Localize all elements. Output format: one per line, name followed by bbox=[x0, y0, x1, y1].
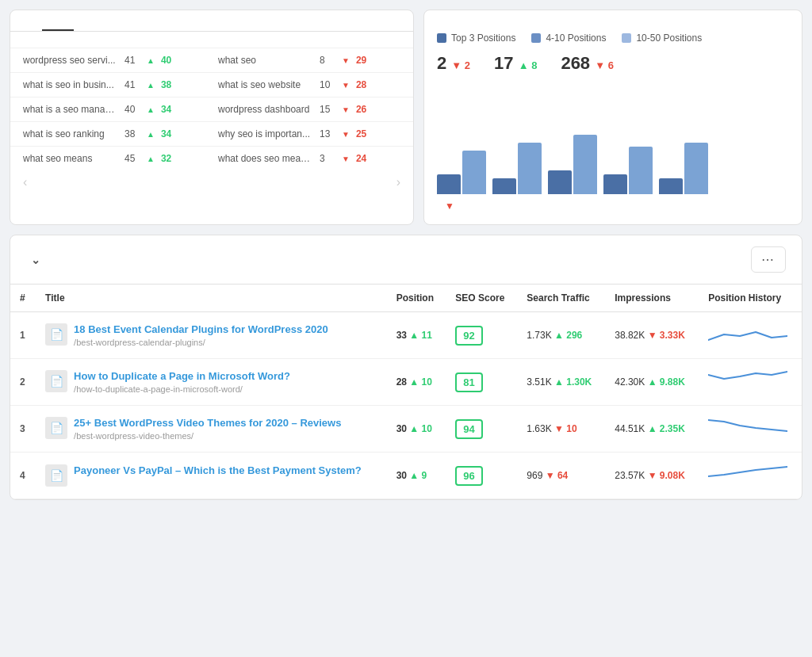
post-title[interactable]: 25+ Best WordPress Video Themes for 2020… bbox=[74, 417, 341, 429]
bar-group bbox=[659, 143, 708, 194]
post-icon: 📄 bbox=[45, 417, 67, 439]
legend-dot bbox=[622, 33, 631, 43]
impressions-value: 44.51K bbox=[615, 423, 645, 434]
winning-keyword: what is seo ranking 38 ▲ 34 bbox=[23, 128, 205, 139]
position-history-cell bbox=[699, 312, 802, 359]
stat-number: 268 ▼ 6 bbox=[561, 53, 614, 74]
impressions-delta: ▲ 9.88K bbox=[648, 376, 685, 388]
post-url: /how-to-duplicate-a-page-in-microsoft-wo… bbox=[74, 384, 243, 394]
arrow-down-icon: ▼ bbox=[342, 56, 350, 65]
arrow-up-icon: ▲ bbox=[147, 155, 155, 163]
position-value: 28 bbox=[396, 376, 407, 388]
arrow-up-icon: ▲ bbox=[147, 130, 155, 139]
post-cell: 📄 18 Best Event Calendar Plugins for Wor… bbox=[45, 323, 377, 348]
bar-group bbox=[492, 143, 542, 194]
traffic-value: 1.63K bbox=[527, 423, 551, 434]
table-row: 1 📄 18 Best Event Calendar Plugins for W… bbox=[10, 312, 802, 359]
impressions-delta: ▼ 3.33K bbox=[648, 330, 685, 341]
positions-panel: Top 3 Positions4-10 Positions10-50 Posit… bbox=[423, 10, 802, 225]
legend-dot bbox=[531, 33, 541, 43]
impressions-value: 23.57K bbox=[615, 470, 645, 481]
bar-mid bbox=[684, 143, 708, 194]
losing-keyword: wordpress dashboard 15 ▼ 26 bbox=[205, 104, 400, 115]
keyword-row: what is seo ranking 38 ▲ 34 why seo is i… bbox=[10, 121, 413, 146]
position-value: 30 bbox=[396, 470, 407, 481]
stat-block: 17 ▲ 8 bbox=[494, 53, 537, 74]
bar-mid bbox=[518, 143, 542, 194]
traffic-delta: ▲ 1.30K bbox=[554, 376, 592, 388]
row-number: 1 bbox=[20, 330, 25, 341]
chevron-down-icon: ⌄ bbox=[31, 254, 40, 266]
bar-dark bbox=[603, 174, 627, 194]
table-row: 3 📄 25+ Best WordPress Video Themes for … bbox=[10, 406, 802, 453]
table-col-header: Impressions bbox=[605, 285, 699, 312]
mini-chart bbox=[708, 320, 787, 348]
table-row: 4 📄 Payoneer Vs PayPal – Which is the Be… bbox=[10, 453, 802, 499]
winning-posts-panel: ⌄ ⋯ #TitlePositionSEO ScoreSearch Traffi… bbox=[10, 235, 802, 500]
post-title[interactable]: 18 Best Event Calendar Plugins for WordP… bbox=[74, 323, 328, 335]
bar-mid bbox=[573, 135, 597, 194]
tab-tracked-keywords[interactable] bbox=[42, 10, 74, 31]
position-delta: ▲ 11 bbox=[409, 330, 432, 341]
losing-keyword: why seo is importan... 13 ▼ 25 bbox=[205, 128, 400, 139]
scroll-left-icon[interactable]: ‹ bbox=[23, 175, 27, 189]
table-row: 2 📄 How to Duplicate a Page in Microsoft… bbox=[10, 359, 802, 406]
winning-keyword: what seo means 45 ▲ 32 bbox=[23, 153, 205, 164]
tabs-container bbox=[10, 10, 413, 32]
seo-score-badge: 96 bbox=[455, 466, 482, 486]
traffic-delta: ▼ 10 bbox=[554, 423, 577, 434]
keyword-row: what is a seo manag... 40 ▲ 34 wordpress… bbox=[10, 97, 413, 121]
arrow-up-icon: ▲ bbox=[147, 56, 155, 65]
position-delta: ▲ 9 bbox=[409, 470, 427, 481]
traffic-value: 1.73K bbox=[527, 330, 551, 341]
stat-block: 2 ▼ 2 bbox=[437, 53, 470, 74]
posts-table: #TitlePositionSEO ScoreSearch TrafficImp… bbox=[10, 285, 802, 499]
legend-dot bbox=[437, 33, 446, 43]
scroll-right-icon[interactable]: › bbox=[396, 175, 400, 189]
options-button[interactable]: ⋯ bbox=[751, 246, 786, 273]
arrow-down-icon: ▼ bbox=[342, 81, 350, 90]
impressions-delta: ▼ 9.08K bbox=[648, 470, 685, 481]
traffic-value: 3.51K bbox=[527, 376, 551, 388]
arrow-down-icon: ▼ bbox=[342, 155, 350, 163]
stat-number: 17 ▲ 8 bbox=[494, 53, 537, 74]
row-number: 3 bbox=[20, 423, 25, 434]
position-history-cell bbox=[699, 406, 802, 453]
legend-item: 10-50 Positions bbox=[622, 32, 702, 44]
table-col-header: Title bbox=[36, 285, 387, 312]
seo-score-badge: 94 bbox=[455, 419, 482, 439]
traffic-value: 969 bbox=[527, 470, 542, 481]
legend-item: Top 3 Positions bbox=[437, 32, 515, 44]
post-url: /best-wordpress-calendar-plugins/ bbox=[74, 338, 205, 347]
table-col-header: Position bbox=[387, 285, 446, 312]
stats-row: 2 ▼ 217 ▲ 8268 ▼ 6 bbox=[437, 53, 789, 74]
seo-score-badge: 92 bbox=[455, 326, 482, 346]
winning-keyword: wordpress seo servi... 41 ▲ 40 bbox=[23, 55, 205, 66]
keyword-row: what seo means 45 ▲ 32 what does seo mea… bbox=[10, 146, 413, 170]
mini-chart bbox=[708, 414, 787, 441]
panel-title: ⌄ bbox=[26, 254, 40, 266]
panel-header: ⌄ ⋯ bbox=[10, 235, 802, 285]
impressions-value: 38.82K bbox=[615, 330, 645, 341]
post-icon: 📄 bbox=[45, 464, 67, 487]
ctr-row: ▼ bbox=[437, 201, 789, 212]
tab-all-keywords[interactable] bbox=[10, 10, 42, 31]
bar-dark bbox=[659, 178, 683, 194]
bar-group bbox=[437, 151, 486, 194]
keywords-header bbox=[10, 32, 413, 48]
legend-item: 4-10 Positions bbox=[531, 32, 606, 44]
bar-dark bbox=[548, 170, 572, 194]
position-history-cell bbox=[699, 453, 802, 499]
table-body: 1 📄 18 Best Event Calendar Plugins for W… bbox=[10, 312, 802, 499]
keywords-open-report[interactable] bbox=[10, 194, 413, 207]
bar-mid bbox=[629, 147, 653, 194]
row-number: 2 bbox=[20, 376, 25, 388]
post-title[interactable]: Payoneer Vs PayPal – Which is the Best P… bbox=[74, 464, 362, 476]
table-header: #TitlePositionSEO ScoreSearch TrafficImp… bbox=[10, 285, 802, 312]
keywords-panel: wordpress seo servi... 41 ▲ 40 what seo … bbox=[10, 10, 414, 225]
traffic-delta: ▲ 296 bbox=[554, 330, 582, 341]
table-col-header: SEO Score bbox=[446, 285, 517, 312]
losing-keyword: what is seo website 10 ▼ 28 bbox=[205, 79, 400, 90]
post-title[interactable]: How to Duplicate a Page in Microsoft Wor… bbox=[74, 370, 290, 382]
bar-dark bbox=[492, 178, 516, 194]
